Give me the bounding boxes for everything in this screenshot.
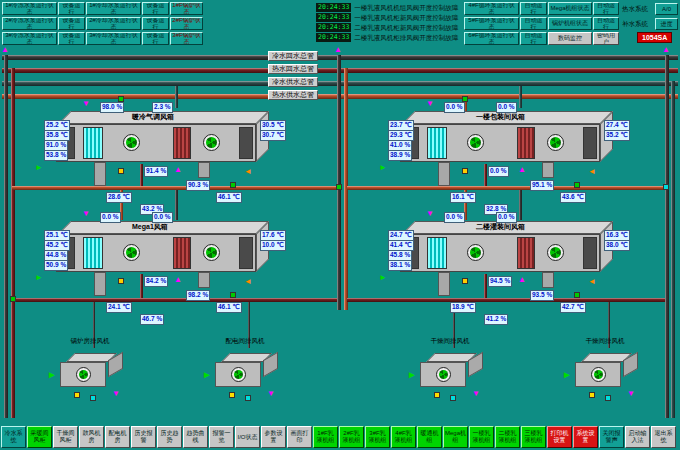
bottom-nav-button[interactable]: 采暖间风柜 [27, 426, 52, 448]
pump-status-button[interactable]: 6#F循环泵运行状态 [464, 32, 519, 45]
bottom-nav-button[interactable]: 系统设置 [573, 426, 598, 448]
readout-box: 98.2 % [186, 290, 210, 301]
readout-box: 50.9 % [44, 260, 68, 271]
bottom-nav-button[interactable]: 2#F乳液机组 [339, 426, 364, 448]
ahu-cooling-coil [83, 237, 103, 269]
ahu-front-face [400, 124, 600, 162]
ahu-label: Mega1风箱 [132, 222, 168, 232]
ahu-unit: 二楼灌装间风箱 24.7 ℃ 41.4 ℃ 45.8 % 38.1 % 0.0 … [392, 218, 628, 326]
bottom-nav-button[interactable]: 报警一览 [209, 426, 234, 448]
bottom-nav-button[interactable]: Mega机组 [443, 426, 468, 448]
password-user-button[interactable]: 密码用户 [593, 32, 619, 45]
bottom-nav-button[interactable]: 参数设置 [261, 426, 286, 448]
bottom-nav-button[interactable]: 冷水系统 [1, 426, 26, 448]
device-run-button[interactable]: 设备运行 [142, 32, 169, 45]
bottom-nav-button[interactable]: 退出系统 [651, 426, 676, 448]
alarm-time: 20:24:33 [316, 33, 351, 42]
arrow-up-icon: ▲ [518, 166, 526, 174]
readout-box: 98.0 % [100, 102, 124, 113]
arrow-right-icon: ► [35, 274, 43, 282]
bottom-nav-button[interactable]: 二楼乳液机组 [495, 426, 520, 448]
fan-front-face [420, 362, 466, 387]
pump-status-button[interactable]: 3#冷冻水泵运行状态 [2, 32, 57, 45]
bottom-nav-button[interactable]: 启动输入法 [625, 426, 650, 448]
bottom-nav-button[interactable]: 历史报警 [131, 426, 156, 448]
alarm-row[interactable]: 20:24:33 二楼乳液风机柜排风阀开度控制故障 [316, 33, 458, 42]
pump-status-button[interactable]: 3#冷却水泵运行状态 [86, 32, 141, 45]
bottom-nav-button[interactable]: 打印机设置 [547, 426, 572, 448]
auto-run-button[interactable]: 自动运行 [593, 17, 619, 30]
bottom-nav-button[interactable]: 鼓风机房 [79, 426, 104, 448]
readout-box: 0.0 % [444, 102, 465, 113]
device-run-button[interactable]: 设备运行 [142, 2, 169, 15]
device-run-button[interactable]: 设备运行 [58, 17, 85, 30]
makeup-water-system-button[interactable]: 进度 [655, 18, 678, 30]
indicator-square [589, 392, 595, 398]
unit-status-button[interactable]: Mega机组状态 [548, 2, 592, 15]
ahu-cooling-coil [83, 127, 103, 159]
alarm-message: 二楼乳液风机柜新风阀开度控制故障 [354, 23, 458, 32]
hot-water-system-label: 热水系统 [622, 5, 648, 12]
makeup-water-system-label: 补水系统 [622, 20, 648, 27]
bottom-nav-button[interactable]: 配电机房 [105, 426, 130, 448]
bottom-nav-button[interactable]: 4#F乳液机组 [391, 426, 416, 448]
pump-status-button[interactable]: 5#F循环泵运行状态 [464, 17, 519, 30]
duct [94, 162, 106, 186]
bottom-nav-button[interactable]: 趋势曲线 [183, 426, 208, 448]
indicator-square [90, 395, 96, 401]
auto-run-button[interactable]: 自动运行 [520, 2, 547, 15]
alarm-row[interactable]: 20:24:33 一楼乳液风机机组风阀开度控制故障 [316, 3, 458, 12]
device-run-button[interactable]: 设备运行 [58, 32, 85, 45]
pump-status-button[interactable]: 1#冷冻水泵运行状态 [2, 2, 57, 15]
readout-box: 35.2 ℃ [604, 130, 630, 141]
auto-run-button[interactable]: 自动运行 [520, 32, 547, 45]
video-monitor-button[interactable]: 数码监控 [548, 32, 592, 45]
pump-status-button[interactable]: 4#F循环泵运行状态 [464, 2, 519, 15]
bottom-nav-button[interactable]: 暖通机组 [417, 426, 442, 448]
pump-status-button[interactable]: 2#冷却水泵运行状态 [86, 17, 141, 30]
pump-status-button[interactable]: 2#冷冻水泵运行状态 [2, 17, 57, 30]
bottom-nav-button[interactable]: 干燥间风柜 [53, 426, 78, 448]
ahu-label: 一楼包装间风箱 [476, 112, 525, 122]
readout-box: 46.1 ℃ [216, 192, 242, 203]
bottom-nav-button[interactable]: 1#F乳液机组 [313, 426, 338, 448]
bottom-nav-button[interactable]: 历史趋势 [157, 426, 182, 448]
arrow-up-icon: ▲ [662, 46, 670, 54]
bottom-nav-button[interactable]: 三楼乳液机组 [521, 426, 546, 448]
readout-box: 45.2 ℃ [44, 240, 70, 251]
bottom-nav-button[interactable]: 关闭报警声 [599, 426, 624, 448]
readout-box: 46.1 ℃ [216, 302, 242, 313]
fan-front-face [60, 362, 106, 387]
readout-box: 24.1 ℃ [106, 302, 132, 313]
readout-box: 0.0 % [488, 166, 509, 177]
bottom-nav-button[interactable]: I/O状态 [235, 426, 260, 448]
boiler-status-button[interactable]: 1#F锅炉状态 [170, 2, 203, 15]
bottom-nav-button[interactable]: 3#F乳液机组 [365, 426, 390, 448]
readout-box: 24.7 ℃ [388, 230, 414, 241]
exhaust-fan-label: 干燥间排风机 [565, 337, 645, 346]
arrow-down-icon: ▼ [267, 390, 275, 398]
hot-water-system-button[interactable]: A/0 [655, 3, 678, 15]
bottom-nav-button[interactable]: 一楼乳液机组 [469, 426, 494, 448]
pipe-riser [4, 55, 8, 418]
indicator-square [574, 292, 580, 298]
bottom-nav-button[interactable]: 画面打印 [287, 426, 312, 448]
alarm-row[interactable]: 20:24:33 二楼乳液风机柜新风阀开度控制故障 [316, 23, 458, 32]
boiler-status-button[interactable]: 3#F锅炉状态 [170, 32, 203, 45]
indicator-square [450, 395, 456, 401]
exhaust-fan-label: 锅炉房排风机 [50, 337, 130, 346]
boiler-status-button[interactable]: 2#F锅炉状态 [170, 17, 203, 30]
ahu-label: 暖冷气调风箱 [132, 112, 174, 122]
arrow-down-icon: ▼ [82, 100, 90, 108]
device-run-button[interactable]: 设备运行 [58, 2, 85, 15]
fan-icon [231, 367, 246, 382]
auto-run-button[interactable]: 自动运行 [593, 2, 619, 15]
duct [542, 162, 554, 178]
pump-status-button[interactable]: 1#冷却水泵运行状态 [86, 2, 141, 15]
alarm-row[interactable]: 20:24:33 一楼乳液风机柜新风阀开度控制故障 [316, 13, 458, 22]
device-run-button[interactable]: 设备运行 [142, 17, 169, 30]
auto-run-button[interactable]: 自动运行 [520, 17, 547, 30]
unit-status-button[interactable]: 锅炉机组状态 [548, 17, 592, 30]
pipe-drop [175, 86, 178, 108]
arrow-right-icon: ► [407, 370, 417, 380]
